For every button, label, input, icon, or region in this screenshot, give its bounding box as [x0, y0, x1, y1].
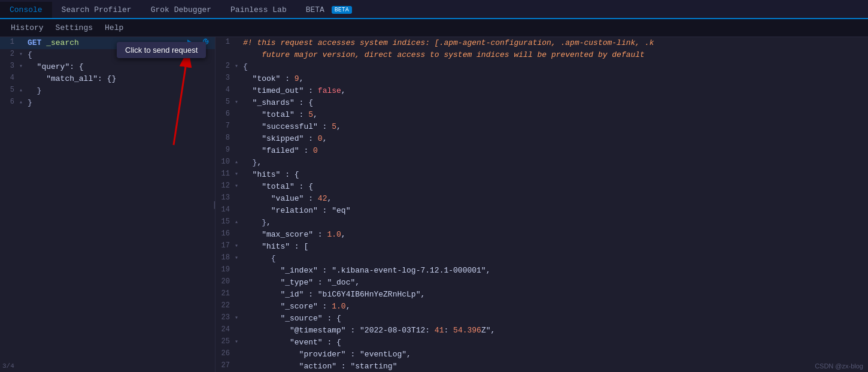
line-toggle[interactable]: ▾: [235, 61, 242, 69]
line-content: future major version, direct access to s…: [242, 49, 866, 61]
line-content: "value" : 42,: [242, 193, 866, 205]
right-code-line: 19 "_index" : ".kibana-event-log-7.12.1-…: [216, 265, 868, 277]
tab-painless-lab[interactable]: Painless Lab: [221, 2, 296, 19]
tab-console[interactable]: Console: [0, 2, 52, 19]
main-content: 1 GET _search2▾{3▾ "query": {4 "match_al…: [0, 37, 868, 372]
line-content: "timed_out" : false,: [242, 85, 866, 97]
line-toggle[interactable]: [19, 73, 26, 74]
line-toggle[interactable]: ▴: [19, 85, 26, 93]
line-toggle[interactable]: [235, 85, 242, 86]
line-content: {: [242, 61, 866, 73]
right-code-line: 26 "provider" : "eventLog",: [216, 349, 868, 361]
line-content: "failed" : 0: [242, 145, 866, 157]
line-number: 20: [218, 277, 235, 286]
line-number: 1: [2, 37, 19, 46]
line-toggle[interactable]: [235, 193, 242, 194]
right-code-line: 25▾ "event" : {: [216, 337, 868, 349]
line-toggle[interactable]: [235, 325, 242, 326]
line-toggle[interactable]: [235, 121, 242, 122]
tab-beta[interactable]: BETA BETA: [296, 2, 362, 19]
line-toggle[interactable]: [235, 73, 242, 74]
line-toggle[interactable]: ▾: [235, 313, 242, 321]
line-toggle[interactable]: [235, 133, 242, 134]
line-toggle[interactable]: ▾: [235, 181, 242, 189]
line-content: },: [242, 157, 866, 169]
line-content: "_score" : 1.0,: [242, 301, 866, 313]
line-toggle[interactable]: ▾: [235, 253, 242, 261]
tab-bar: Console Search Profiler Grok Debugger Pa…: [0, 0, 868, 19]
menu-settings[interactable]: Settings: [50, 22, 99, 34]
line-toggle[interactable]: [235, 49, 242, 50]
right-code-line: 6 "total" : 5,: [216, 109, 868, 121]
line-toggle[interactable]: [235, 361, 242, 362]
line-content: "_type" : "_doc",: [242, 277, 866, 289]
line-content: "total" : 5,: [242, 109, 866, 121]
line-number: 19: [218, 265, 235, 274]
line-toggle[interactable]: [235, 109, 242, 110]
wrench-button[interactable]: [198, 37, 210, 49]
line-number: 10: [218, 157, 235, 166]
right-code-line: 10▴ },: [216, 157, 868, 169]
left-code-line[interactable]: 4 "match_all": {}: [0, 73, 215, 85]
line-number: 25: [218, 337, 235, 346]
left-code-line[interactable]: 6▴}: [0, 97, 215, 109]
left-code-line[interactable]: 2▾{: [0, 49, 215, 61]
left-code-line[interactable]: 3▾ "query": {: [0, 61, 215, 73]
menu-help[interactable]: Help: [99, 22, 129, 34]
line-content: "total" : {: [242, 181, 866, 193]
right-code-editor[interactable]: 1 #! this request accesses system indice…: [216, 37, 868, 372]
menu-history[interactable]: History: [5, 22, 50, 34]
line-toggle[interactable]: ▾: [235, 337, 242, 345]
line-content: "match_all": {}: [26, 73, 213, 85]
line-toggle[interactable]: [19, 37, 26, 38]
right-code-line: 2▾{: [216, 61, 868, 73]
left-code-line[interactable]: 5▴ }: [0, 85, 215, 97]
line-toggle[interactable]: ▴: [19, 97, 26, 105]
tab-grok-debugger[interactable]: Grok Debugger: [141, 2, 221, 19]
line-toggle[interactable]: ▾: [19, 49, 26, 58]
line-toggle[interactable]: ▾: [235, 241, 242, 249]
line-toggle[interactable]: [235, 265, 242, 266]
line-toggle[interactable]: [235, 289, 242, 290]
line-content: "_id" : "biC6Y4IB6HnYeZRnHcLp",: [242, 289, 866, 301]
line-toggle[interactable]: [235, 277, 242, 278]
line-toggle[interactable]: ▴: [235, 157, 242, 165]
right-code-line: 22 "_score" : 1.0,: [216, 301, 868, 313]
line-toggle[interactable]: [235, 301, 242, 302]
left-code-line[interactable]: 1 GET _search: [0, 37, 215, 49]
line-number: 6: [2, 97, 19, 106]
line-number: 14: [218, 205, 235, 214]
right-code-line: 27 "action" : "starting": [216, 361, 868, 372]
line-number: 8: [218, 133, 235, 142]
right-code-line: 4 "timed_out" : false,: [216, 85, 868, 97]
line-content: {: [26, 49, 213, 61]
line-content: "hits" : [: [242, 241, 866, 253]
right-code-line: 7 "successful" : 5,: [216, 121, 868, 133]
line-toggle[interactable]: ▾: [235, 169, 242, 177]
line-content: "_index" : ".kibana-event-log-7.12.1-000…: [242, 265, 866, 277]
line-toggle[interactable]: [235, 205, 242, 206]
line-number: 11: [218, 169, 235, 178]
line-number: 6: [218, 109, 235, 118]
line-toggle[interactable]: ▾: [235, 97, 242, 105]
send-request-button[interactable]: [184, 37, 196, 49]
line-number: 2: [218, 61, 235, 70]
line-toggle[interactable]: [235, 145, 242, 146]
right-code-line: 16 "max_score" : 1.0,: [216, 229, 868, 241]
line-content: }: [26, 97, 213, 109]
line-number: 24: [218, 325, 235, 334]
line-number: 27: [218, 361, 235, 370]
line-number: 5: [2, 85, 19, 94]
line-content: },: [242, 217, 866, 229]
line-number: 17: [218, 241, 235, 250]
tab-search-profiler[interactable]: Search Profiler: [52, 2, 141, 19]
line-content: "successful" : 5,: [242, 121, 866, 133]
svg-marker-0: [187, 40, 193, 47]
line-toggle[interactable]: [235, 349, 242, 350]
line-toggle[interactable]: ▾: [19, 61, 26, 69]
line-toggle[interactable]: [235, 229, 242, 230]
line-toggle[interactable]: ▴: [235, 217, 242, 225]
left-code-editor[interactable]: 1 GET _search2▾{3▾ "query": {4 "match_al…: [0, 37, 215, 372]
line-toggle[interactable]: [235, 37, 242, 38]
line-number: 26: [218, 349, 235, 358]
